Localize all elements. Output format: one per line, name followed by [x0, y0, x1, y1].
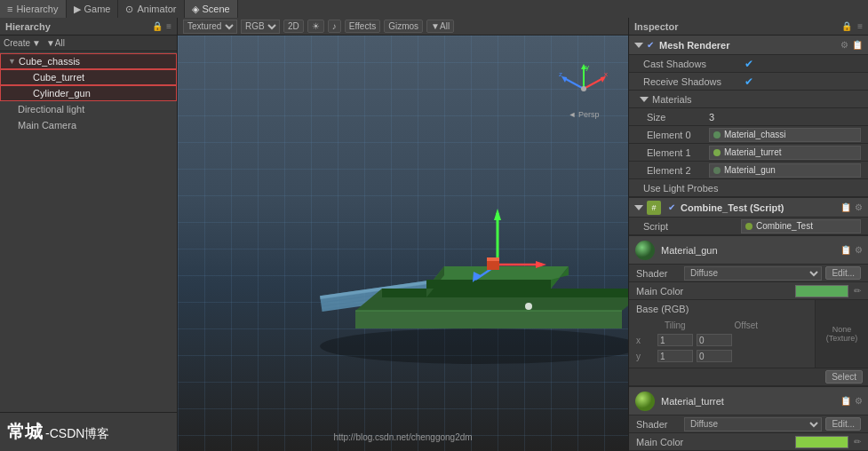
sun-icon[interactable]: ☀: [307, 20, 324, 33]
create-button[interactable]: Create ▼: [4, 38, 41, 48]
select-btn-gun[interactable]: Select: [825, 370, 863, 384]
script-dot: [745, 223, 753, 230]
tiling-y-gun[interactable]: [657, 350, 693, 362]
element2-value[interactable]: Material_gun: [709, 163, 861, 178]
mesh-renderer-header[interactable]: ✔ Mesh Renderer ⚙ 📋: [629, 36, 868, 55]
mat2-name: Material_gun: [724, 165, 776, 175]
script-page-icon[interactable]: 📋: [840, 202, 851, 212]
material-turret-card: Material_turret 📋 ⚙ Shader Diffuse Edit.…: [629, 387, 868, 451]
shader-edit-gun[interactable]: Edit...: [825, 266, 861, 280]
material-turret-color-row: Main Color ✏: [629, 433, 868, 451]
scene-panel: Textured RGB 2D ☀ ♪ Effects Gizmos ▼All: [178, 18, 628, 451]
use-light-probes-label: Use Light Probes: [643, 183, 741, 194]
inspector-header-icons: 🔒 ≡: [841, 21, 863, 31]
material-gun-page-icon[interactable]: 📋: [840, 245, 851, 255]
inspector-menu-icon[interactable]: ≡: [857, 21, 863, 31]
material-gun-name: Material_gun: [661, 245, 835, 256]
cube-turret-label: Cube_turret: [33, 72, 84, 83]
offset-x-gun[interactable]: [697, 334, 732, 346]
material-gun-settings-icon[interactable]: ⚙: [855, 245, 863, 255]
material-turret-settings-icon[interactable]: ⚙: [855, 396, 863, 406]
audio-icon[interactable]: ♪: [328, 20, 341, 33]
rgb-select[interactable]: RGB: [241, 20, 280, 34]
script-title: Combine_Test (Script): [681, 202, 784, 213]
axis-widget: y x z ◄ Persp: [557, 62, 610, 115]
mesh-renderer-page-icon[interactable]: 📋: [852, 40, 863, 50]
mesh-renderer-settings-icon[interactable]: ⚙: [840, 40, 848, 50]
hierarchy-item-cube-chassis[interactable]: ▼ Cube_chassis: [0, 53, 177, 69]
material-turret-page-icon[interactable]: 📋: [840, 396, 851, 406]
receive-shadows-row: Receive Shadows ✔: [629, 73, 868, 91]
material-gun-color-swatch[interactable]: [795, 285, 848, 297]
tab-animator[interactable]: ⊙ Animator: [118, 0, 184, 18]
scene-toolbar: Textured RGB 2D ☀ ♪ Effects Gizmos ▼All: [178, 18, 628, 36]
2d-button[interactable]: 2D: [283, 20, 304, 33]
tab-game[interactable]: ▶ Game: [67, 0, 119, 18]
shader-edit-turret[interactable]: Edit...: [825, 417, 861, 431]
material-gun-texture-right[interactable]: None (Texture): [815, 300, 868, 368]
svg-marker-18: [355, 311, 622, 328]
main-content: Hierarchy 🔒 ≡ Create ▼ ▼All ▼ Cube_chass…: [0, 18, 868, 451]
hierarchy-item-main-camera[interactable]: Main Camera: [0, 117, 177, 133]
expand-arrow-camera: [7, 121, 18, 130]
script-collapse-icon: [634, 205, 643, 210]
script-header[interactable]: # ✔ Combine_Test (Script) 📋 ⚙: [629, 198, 868, 218]
effects-button[interactable]: Effects: [345, 20, 380, 33]
hierarchy-item-cylinder-gun[interactable]: Cylinder_gun: [0, 85, 177, 101]
hierarchy-list: ▼ Cube_chassis Cube_turret Cylinder_gun …: [0, 51, 177, 412]
mat0-dot: [713, 131, 721, 138]
tiling-x-gun[interactable]: [657, 334, 693, 346]
element0-value[interactable]: Material_chassi: [709, 128, 861, 142]
gizmos-button[interactable]: Gizmos: [384, 20, 423, 33]
cylinder-gun-label: Cylinder_gun: [33, 88, 91, 99]
shader-select-turret[interactable]: Diffuse: [684, 417, 822, 431]
script-value[interactable]: Combine_Test: [741, 219, 861, 233]
hierarchy-item-directional-light[interactable]: Directional light: [0, 101, 177, 117]
hierarchy-lock-icon[interactable]: 🔒: [152, 21, 163, 31]
cast-shadows-checkbox[interactable]: ✔: [745, 58, 753, 70]
script-checkmark: ✔: [668, 202, 675, 212]
scene-3d: y x z ◄ Persp: [178, 36, 628, 451]
mat1-dot: [713, 149, 721, 156]
mat0-name: Material_chassi: [724, 130, 785, 139]
svg-text:z: z: [559, 70, 562, 78]
inspector-header: Inspector 🔒 ≡: [629, 18, 868, 36]
receive-shadows-checkbox[interactable]: ✔: [745, 75, 753, 88]
material-turret-color-pencil[interactable]: ✏: [854, 437, 861, 447]
materials-header[interactable]: Materials: [629, 91, 868, 108]
offset-y-gun[interactable]: [697, 350, 732, 362]
material-gun-color-pencil[interactable]: ✏: [854, 286, 861, 296]
hierarchy-item-cube-turret[interactable]: Cube_turret: [0, 69, 177, 85]
hierarchy-menu-icon[interactable]: ≡: [166, 21, 171, 31]
all-scene-button[interactable]: ▼All: [426, 20, 454, 33]
receive-shadows-label: Receive Shadows: [643, 76, 741, 87]
element0-label: Element 0: [647, 130, 709, 140]
hierarchy-tab-icon: ≡: [7, 4, 12, 14]
tab-scene[interactable]: ◈ Scene: [185, 0, 238, 18]
expand-arrow-light: [7, 105, 18, 114]
url-watermark: http://blog.csdn.net/chenggong2dm: [187, 432, 619, 442]
all-filter-button[interactable]: ▼All: [46, 38, 65, 48]
size-value: 3: [709, 112, 861, 123]
material-turret-color-swatch[interactable]: [795, 436, 848, 448]
script-settings-icon[interactable]: ⚙: [855, 202, 863, 212]
script-icons: 📋 ⚙: [840, 202, 863, 212]
svg-line-6: [564, 78, 584, 89]
inspector-lock-icon[interactable]: 🔒: [841, 21, 852, 31]
size-row: Size 3: [629, 108, 868, 126]
watermark-area: 常城 -CSDN博客: [0, 412, 177, 451]
element1-value[interactable]: Material_turret: [709, 146, 861, 160]
svg-rect-32: [487, 257, 499, 261]
textured-select[interactable]: Textured: [183, 20, 237, 34]
materials-label: Materials: [652, 94, 692, 105]
material-turret-shader-row: Shader Diffuse Edit...: [629, 415, 868, 433]
svg-point-9: [581, 86, 586, 91]
material-gun-card: Material_gun 📋 ⚙ Shader Diffuse Edit... …: [629, 236, 868, 387]
base-rgb-label-gun: Base (RGB): [636, 304, 808, 314]
scene-view[interactable]: y x z ◄ Persp: [178, 36, 628, 451]
shader-select-gun[interactable]: Diffuse: [684, 266, 822, 281]
materials-collapse-icon: [640, 97, 649, 102]
material-gun-header: Material_gun 📋 ⚙: [629, 236, 868, 265]
expand-arrow-gun: [22, 89, 33, 98]
tab-hierarchy[interactable]: ≡ Hierarchy: [0, 0, 67, 18]
